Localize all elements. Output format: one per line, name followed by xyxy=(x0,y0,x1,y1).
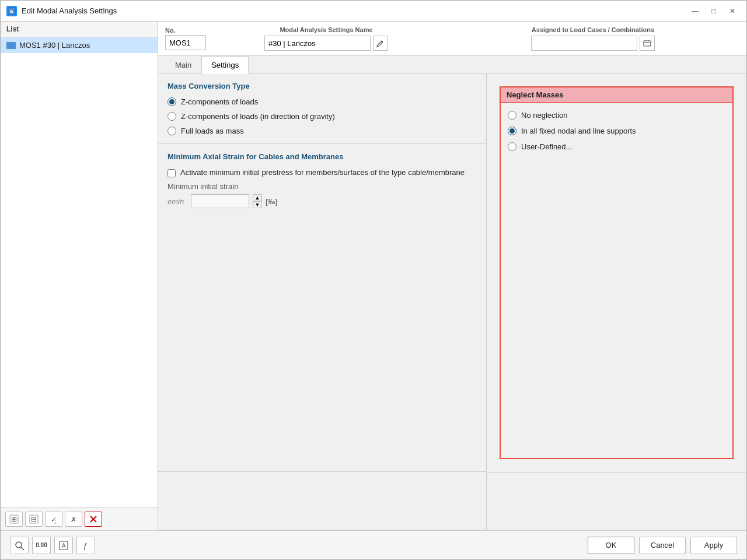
svg-text:⊞: ⊞ xyxy=(11,515,17,523)
neglect-masses-header: Neglect Masses xyxy=(501,88,732,103)
radio-in-all-fixed-label: In all fixed nodal and line supports xyxy=(521,127,636,135)
bottom-right-buttons: OK Cancel Apply xyxy=(588,537,737,554)
sidebar: List MOS1 #30 | Lanczos ⊞ ⊟ ✓· ✗· xyxy=(1,22,158,530)
app-icon: E xyxy=(6,6,17,16)
window-title: Edit Modal Analysis Settings xyxy=(22,6,687,15)
axial-checkbox-label: Activate minimum initial prestress for m… xyxy=(180,168,465,177)
svg-text:⊟: ⊟ xyxy=(31,515,37,523)
svg-text:ƒ: ƒ xyxy=(83,541,87,550)
svg-text:·: · xyxy=(74,516,76,524)
right-panel: No. Modal Analysis Settings Name Assigne… xyxy=(158,22,746,530)
window-controls: — □ ✕ xyxy=(687,5,741,18)
copy-row-button[interactable]: ⊟ xyxy=(25,512,43,527)
check-button[interactable]: ✓· xyxy=(45,512,62,527)
assigned-label: Assigned to Load Cases / Combinations xyxy=(532,26,654,33)
neglect-masses-section: Neglect Masses No neglection In all fixe… xyxy=(500,86,734,459)
radio-no-neglection-label: No neglection xyxy=(521,111,568,120)
radio-full-loads[interactable]: Full loads as mass xyxy=(167,127,477,135)
mass-conversion-title: Mass Conversion Type xyxy=(167,82,477,90)
decimal-tool-label: 0.00 xyxy=(36,542,47,548)
delete-button[interactable] xyxy=(85,512,102,527)
radio-no-neglection-input[interactable] xyxy=(508,111,516,120)
maximize-button[interactable]: □ xyxy=(706,5,722,18)
svg-text:·: · xyxy=(54,516,56,524)
svg-rect-13 xyxy=(644,41,651,46)
emin-row: emin ▲ ▼ [‰] xyxy=(167,194,477,208)
tab-settings[interactable]: Settings xyxy=(201,56,249,74)
edit-name-button[interactable] xyxy=(373,36,388,51)
cancel-button[interactable]: Cancel xyxy=(639,537,686,554)
emin-down-button[interactable]: ▼ xyxy=(253,201,262,208)
list-item-icon xyxy=(6,42,16,49)
svg-point-17 xyxy=(16,542,22,548)
mass-conversion-section: Mass Conversion Type Z-components of loa… xyxy=(158,74,486,144)
function-tool-button[interactable]: ƒ xyxy=(76,537,95,554)
radio-user-defined[interactable]: User-Defined... xyxy=(508,142,725,151)
sidebar-footer: ⊞ ⊟ ✓· ✗· xyxy=(1,508,158,530)
emin-label: emin xyxy=(167,197,187,206)
right-content-top: Neglect Masses No neglection In all fixe… xyxy=(487,74,746,472)
add-row-button[interactable]: ⊞ xyxy=(5,512,23,527)
radio-z-components-gravity-input[interactable] xyxy=(167,112,176,121)
emin-spinners: ▲ ▼ xyxy=(253,194,262,208)
radio-z-components-input[interactable] xyxy=(167,97,176,106)
name-field-group: Modal Analysis Settings Name xyxy=(215,26,437,51)
axial-strain-section: Minimum Axial Strain for Cables and Memb… xyxy=(158,144,486,472)
apply-button[interactable]: Apply xyxy=(690,537,737,554)
min-initial-strain-label: Minimum initial strain xyxy=(167,182,477,191)
title-bar: E Edit Modal Analysis Settings — □ ✕ xyxy=(1,1,746,22)
sidebar-header: List xyxy=(1,22,158,37)
axial-checkbox-item: Activate minimum initial prestress for m… xyxy=(167,168,477,177)
name-label: Modal Analysis Settings Name xyxy=(280,26,372,33)
tabs-bar: Main Settings xyxy=(158,56,746,74)
empty-section-left-1 xyxy=(158,472,486,530)
radio-in-all-fixed[interactable]: In all fixed nodal and line supports xyxy=(508,127,725,135)
content-left-lower: Minimum Axial Strain for Cables and Memb… xyxy=(158,144,486,530)
emin-unit: [‰] xyxy=(266,197,277,206)
radio-no-neglection[interactable]: No neglection xyxy=(508,111,725,120)
emin-input[interactable] xyxy=(191,194,249,208)
radio-z-components[interactable]: Z-components of loads xyxy=(167,97,477,106)
no-label: No. xyxy=(165,27,206,34)
radio-z-components-label: Z-components of loads xyxy=(181,97,258,106)
font-tool-button[interactable]: A xyxy=(54,537,73,554)
svg-text:E: E xyxy=(10,9,13,14)
radio-z-components-gravity-label: Z-components of loads (in direction of g… xyxy=(181,112,335,121)
close-button[interactable]: ✕ xyxy=(724,5,741,18)
top-row: No. Modal Analysis Settings Name Assigne… xyxy=(158,22,746,56)
axial-checkbox[interactable] xyxy=(167,169,176,177)
sidebar-item-mos1[interactable]: MOS1 #30 | Lanczos xyxy=(1,37,158,53)
neglect-masses-body: No neglection In all fixed nodal and lin… xyxy=(501,103,732,159)
neglect-masses-wrapper: Neglect Masses No neglection In all fixe… xyxy=(487,74,746,472)
right-content-bottom xyxy=(487,472,746,530)
tab-main[interactable]: Main xyxy=(165,56,201,74)
main-window: E Edit Modal Analysis Settings — □ ✕ Lis… xyxy=(0,0,747,560)
radio-full-loads-input[interactable] xyxy=(167,127,176,135)
minimize-button[interactable]: — xyxy=(687,5,703,18)
assigned-input[interactable] xyxy=(531,36,637,51)
mass-conversion-radio-group: Z-components of loads Z-components of lo… xyxy=(167,97,477,135)
sidebar-item-label: MOS1 #30 | Lanczos xyxy=(19,41,90,50)
emin-up-button[interactable]: ▲ xyxy=(253,194,262,201)
radio-full-loads-label: Full loads as mass xyxy=(181,127,244,135)
content-left: Mass Conversion Type Z-components of loa… xyxy=(158,74,487,530)
cross-button[interactable]: ✗· xyxy=(65,512,82,527)
decimal-tool-button[interactable]: 0.00 xyxy=(32,537,51,554)
sidebar-list: MOS1 #30 | Lanczos xyxy=(1,37,158,508)
axial-strain-title: Minimum Axial Strain for Cables and Memb… xyxy=(167,152,477,161)
content-right: Neglect Masses No neglection In all fixe… xyxy=(487,74,746,530)
radio-user-defined-input[interactable] xyxy=(508,142,516,151)
bottom-bar: 0.00 A ƒ OK Cancel Apply xyxy=(1,530,746,559)
main-content: List MOS1 #30 | Lanczos ⊞ ⊟ ✓· ✗· xyxy=(1,22,746,530)
name-input[interactable] xyxy=(264,36,371,51)
no-input[interactable] xyxy=(165,35,206,50)
svg-text:A: A xyxy=(62,542,66,549)
edit-assigned-button[interactable] xyxy=(640,36,655,51)
radio-z-components-gravity[interactable]: Z-components of loads (in direction of g… xyxy=(167,112,477,121)
radio-in-all-fixed-input[interactable] xyxy=(508,127,516,135)
assigned-field-group: Assigned to Load Cases / Combinations xyxy=(446,26,739,51)
bottom-left-tools: 0.00 A ƒ xyxy=(10,537,95,554)
ok-button[interactable]: OK xyxy=(588,537,634,554)
search-tool-button[interactable] xyxy=(10,537,29,554)
svg-line-18 xyxy=(21,547,24,550)
